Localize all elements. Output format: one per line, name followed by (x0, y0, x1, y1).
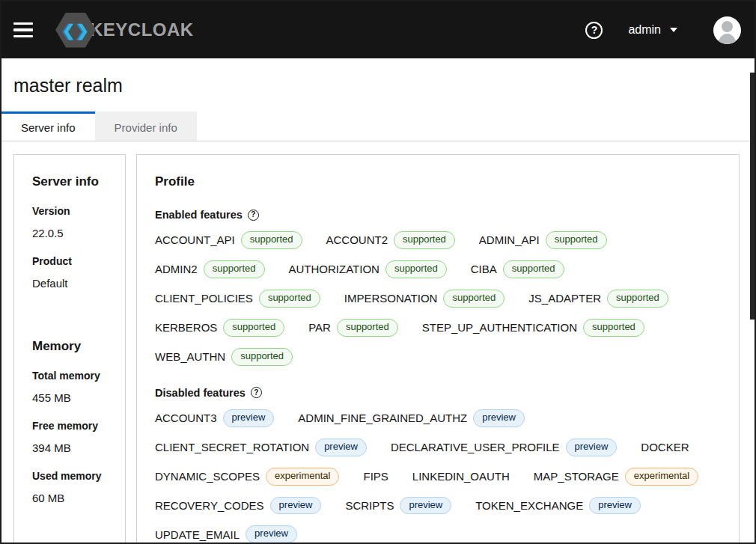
feature-badge-supported: supported (394, 231, 455, 249)
feature-item: AUTHORIZATIONsupported (289, 260, 447, 278)
feature-name: WEB_AUTHN (155, 350, 225, 363)
feature-item: WEB_AUTHNsupported (155, 348, 293, 366)
feature-item: DOCKER (641, 438, 689, 456)
feature-name: FIPS (363, 470, 388, 483)
keycloak-logo[interactable]: ❮❯ KEYCLOAK (55, 13, 194, 48)
feature-name: LINKEDIN_OAUTH (412, 470, 510, 483)
feature-name: IMPERSONATION (344, 292, 438, 305)
feature-badge-supported: supported (503, 260, 564, 278)
tab-provider-info[interactable]: Provider info (95, 111, 197, 141)
feature-group-label: Enabled features ? (155, 209, 721, 221)
burger-bar (13, 22, 33, 25)
masthead-right: ? admin (585, 16, 741, 44)
page-title: master realm (1, 58, 755, 111)
feature-badge-supported: supported (607, 290, 668, 308)
feature-name: SCRIPTS (345, 499, 394, 512)
help-icon[interactable]: ? (251, 387, 262, 398)
feature-name: UPDATE_EMAIL (155, 528, 240, 541)
profile-panel: Profile Enabled features ? ACCOUNT_APIsu… (136, 154, 740, 544)
chevron-down-icon (670, 28, 677, 32)
feature-item: ADMIN_APIsupported (479, 231, 607, 249)
sidebar-item-label: Used memory (32, 470, 116, 482)
help-icon[interactable]: ? (585, 22, 603, 39)
feature-name: CLIENT_POLICIES (155, 292, 253, 305)
feature-name: STEP_UP_AUTHENTICATION (422, 321, 577, 334)
feature-group-label: Disabled features ? (155, 387, 721, 399)
feature-item: SCRIPTSpreview (345, 497, 451, 515)
feature-name: ACCOUNT2 (326, 233, 388, 246)
feature-badge-preview: preview (270, 497, 322, 515)
feature-name: AUTHORIZATION (289, 263, 379, 275)
feature-badge-preview: preview (473, 409, 525, 427)
feature-item: CLIENT_SECRET_ROTATIONpreview (155, 438, 367, 456)
feature-name: DECLARATIVE_USER_PROFILE (391, 441, 560, 453)
feature-name: DOCKER (641, 441, 689, 453)
sidebar-section-title: Server info (32, 174, 116, 189)
feature-item: ACCOUNT_APIsupported (155, 231, 302, 249)
sidebar-item-value: 22.0.5 (32, 227, 116, 239)
feature-name: ADMIN_FINE_GRAINED_AUTHZ (298, 412, 467, 424)
sidebar-item-value: Default (32, 277, 116, 290)
feature-item: ADMIN_FINE_GRAINED_AUTHZpreview (298, 409, 525, 427)
keycloak-hexagon-icon: ❮❯ (55, 13, 96, 48)
feature-item: UPDATE_EMAILpreview (155, 525, 297, 543)
feature-name: JS_ADAPTER (528, 292, 601, 305)
feature-badge-preview: preview (315, 438, 367, 456)
feature-list: ACCOUNT3previewADMIN_FINE_GRAINED_AUTHZp… (155, 409, 721, 544)
masthead: ❮❯ KEYCLOAK ? admin (1, 1, 755, 58)
feature-item: ACCOUNT3preview (155, 409, 274, 427)
feature-item: CIBAsupported (471, 260, 564, 278)
feature-name: MAP_STORAGE (534, 470, 619, 483)
feature-badge-supported: supported (443, 290, 504, 308)
brand-text: KEYCLOAK (90, 19, 194, 40)
feature-item: ADMIN2supported (155, 260, 265, 278)
feature-badge-experimental: experimental (625, 468, 698, 486)
chevron-left-icon: ❮ (62, 22, 76, 38)
feature-badge-supported: supported (259, 290, 320, 308)
feature-badge-supported: supported (546, 231, 607, 249)
feature-item: TOKEN_EXCHANGEpreview (475, 497, 641, 515)
feature-item: FIPS (363, 468, 388, 486)
feature-badge-supported: supported (337, 319, 398, 337)
feature-name: ADMIN2 (155, 263, 198, 275)
feature-name: TOKEN_EXCHANGE (475, 499, 583, 512)
feature-item: IMPERSONATIONsupported (344, 290, 505, 308)
chevron-right-icon: ❯ (76, 22, 90, 38)
feature-name: CIBA (471, 263, 497, 275)
feature-badge-supported: supported (231, 348, 293, 366)
sidebar-item-label: Product (32, 255, 116, 267)
feature-badge-supported: supported (583, 319, 644, 337)
feature-name: DYNAMIC_SCOPES (155, 470, 260, 483)
content-area: Server info Version22.0.5ProductDefault … (1, 141, 755, 544)
feature-item: CLIENT_POLICIESsupported (155, 290, 320, 308)
help-icon[interactable]: ? (248, 210, 259, 221)
tab-server-info[interactable]: Server info (1, 111, 95, 141)
user-menu-button[interactable]: admin (628, 23, 677, 37)
sidebar-section: Memory Total memory455 MBFree memory394 … (32, 339, 116, 504)
feature-item: RECOVERY_CODESpreview (155, 497, 321, 515)
feature-item: PARsupported (308, 319, 398, 337)
server-info-sidebar: Server info Version22.0.5ProductDefault … (13, 154, 126, 544)
feature-name: RECOVERY_CODES (155, 499, 264, 512)
nav-toggle-button[interactable] (13, 22, 33, 37)
feature-name: PAR (308, 321, 331, 334)
sidebar-item-label: Total memory (32, 370, 116, 382)
feature-badge-supported: supported (223, 319, 284, 337)
burger-bar (13, 35, 33, 37)
sidebar-section-title: Memory (32, 339, 116, 354)
feature-badge-supported: supported (241, 231, 302, 249)
feature-badge-preview: preview (589, 497, 641, 515)
feature-groups: Enabled features ? ACCOUNT_APIsupportedA… (155, 209, 721, 543)
feature-name: ACCOUNT_API (155, 233, 235, 246)
scrollbar-thumb[interactable] (750, 73, 755, 320)
sidebar-section: Server info Version22.0.5ProductDefault (32, 174, 116, 290)
burger-bar (13, 28, 33, 31)
feature-item: DYNAMIC_SCOPESexperimental (155, 468, 339, 486)
feature-item: ACCOUNT2supported (326, 231, 455, 249)
avatar[interactable] (713, 16, 741, 44)
feature-item: DECLARATIVE_USER_PROFILEpreview (391, 438, 617, 456)
feature-badge-supported: supported (385, 260, 447, 278)
feature-badge-preview: preview (400, 497, 451, 515)
sidebar-item-label: Free memory (32, 420, 116, 432)
feature-item: LINKEDIN_OAUTH (412, 468, 510, 486)
